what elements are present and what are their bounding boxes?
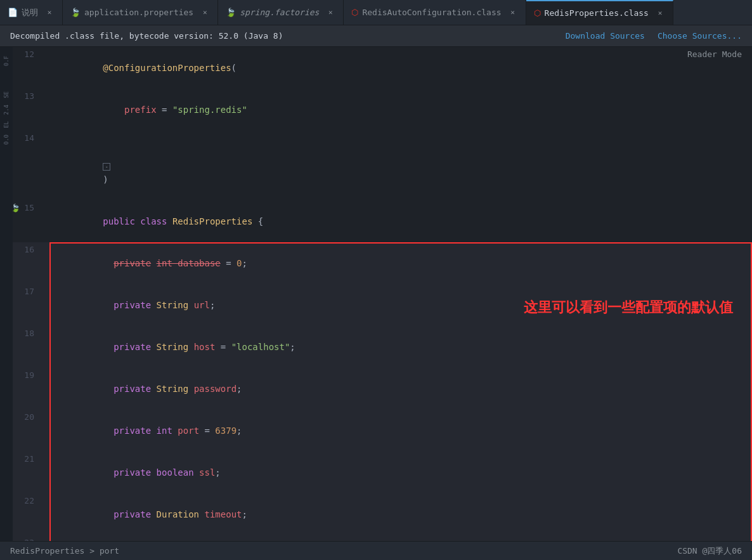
- code-line-18: 18 private String host = "localhost";: [13, 326, 752, 368]
- tab-shuoming[interactable]: 📄 说明 ✕: [0, 0, 63, 25]
- line-num-13: 13: [13, 89, 44, 103]
- line-num-23: 23: [13, 536, 44, 541]
- line-num-16: 16: [13, 243, 44, 257]
- code-line-17: 17 private String url;: [13, 284, 752, 326]
- spring-icon: 🍃: [70, 8, 81, 17]
- code-content-12: @ConfigurationProperties(: [44, 47, 752, 89]
- code-line-19: 19 private String password;: [13, 368, 752, 410]
- code-line-22: 22 private Duration timeout;: [13, 493, 752, 535]
- line-num-17: 17: [13, 285, 44, 299]
- tab-label: 说明: [22, 7, 38, 18]
- code-content-18: private String host = "localhost";: [44, 326, 752, 368]
- tab-close-shuoming[interactable]: ✕: [44, 8, 55, 18]
- line-num-19: 19: [13, 368, 44, 382]
- decompile-info: Decompiled .class file, bytecode version…: [10, 31, 283, 41]
- tab-close-redis-props[interactable]: ✕: [655, 8, 665, 18]
- code-content-21: private boolean ssl;: [44, 452, 752, 493]
- left-strip-label-2: 2.4: [3, 105, 10, 115]
- left-gutter-strip: 0.F SE 2.4 EL 0.0: [0, 47, 13, 541]
- tab-application-properties[interactable]: 🍃 application.properties ✕: [63, 0, 218, 25]
- line-num-22: 22: [13, 494, 44, 508]
- download-sources-link[interactable]: Download Sources: [566, 31, 645, 41]
- fold-icon-14[interactable]: -: [103, 163, 110, 171]
- tab-label: RedisProperties.class: [545, 8, 649, 18]
- tab-label: spring.factories: [240, 8, 319, 17]
- code-content-20: private int port = 6379;: [44, 410, 752, 452]
- code-content-22: private Duration timeout;: [44, 493, 752, 535]
- left-strip-label-3: EL: [3, 121, 10, 128]
- line-num-12: 12: [13, 48, 44, 62]
- status-breadcrumb: RedisProperties > port: [10, 546, 119, 556]
- code-content-16: private int database = 0;: [44, 242, 752, 284]
- code-line-23: 23 private RedisProperties.Sentinel sent…: [13, 535, 752, 541]
- left-strip-label-0: 0.F: [3, 56, 10, 66]
- tab-label: RedisAutoConfiguration.class: [362, 8, 501, 17]
- highlight-region: 16 private int database = 0; 17 private …: [13, 242, 752, 541]
- code-content-15: public class RedisProperties {: [44, 200, 752, 242]
- tab-label: application.properties: [84, 8, 193, 17]
- tab-close-spring-factories[interactable]: ✕: [325, 8, 335, 18]
- line-num-20: 20: [13, 410, 44, 424]
- breadcrumb-text: RedisProperties > port: [10, 546, 119, 556]
- tab-bar: 📄 说明 ✕ 🍃 application.properties ✕ 🍃 spri…: [0, 0, 752, 25]
- code-line-13: 13 prefix = "spring.redis": [13, 89, 752, 131]
- tab-close-app-props[interactable]: ✕: [200, 8, 210, 18]
- code-line-15: 🍃 15 public class RedisProperties {: [13, 200, 752, 242]
- line-num-14: 14: [13, 131, 44, 145]
- code-content-19: private String password;: [44, 368, 752, 410]
- tab-redis-properties[interactable]: ⬡ RedisProperties.class ✕: [526, 0, 673, 25]
- app-container: 📄 说明 ✕ 🍃 application.properties ✕ 🍃 spri…: [0, 0, 752, 560]
- code-content-23: private RedisProperties.Sentinel sentine…: [44, 535, 752, 541]
- info-bar: Decompiled .class file, bytecode version…: [0, 25, 752, 47]
- code-line-21: 21 private boolean ssl;: [13, 452, 752, 493]
- code-line-16: 16 private int database = 0;: [13, 242, 752, 284]
- code-line-12: 12 @ConfigurationProperties(: [13, 47, 752, 89]
- line-num-15: 🍃 15: [13, 201, 44, 215]
- code-line-14: 14 - ): [13, 131, 752, 200]
- code-content-13: prefix = "spring.redis": [44, 89, 752, 131]
- code-line-20: 20 private int port = 6379;: [13, 410, 752, 452]
- status-bar: RedisProperties > port CSDN @四季人06: [0, 541, 752, 560]
- spring-leaf-icon: 🍃: [13, 201, 20, 215]
- info-bar-links: Download Sources Choose Sources...: [566, 31, 742, 41]
- status-right-text: CSDN @四季人06: [677, 545, 742, 557]
- redis-icon-2: ⬡: [534, 8, 541, 18]
- line-num-18: 18: [13, 327, 44, 341]
- choose-sources-link[interactable]: Choose Sources...: [658, 31, 742, 41]
- code-content-17: private String url;: [44, 284, 752, 326]
- doc-icon: 📄: [8, 8, 18, 17]
- code-area: Reader Mode 12 @ConfigurationProperties(…: [13, 47, 752, 541]
- left-strip-label-1: SE: [3, 91, 10, 98]
- tab-spring-factories[interactable]: 🍃 spring.factories ✕: [218, 0, 344, 25]
- left-strip-label-4: 0.0: [3, 134, 10, 145]
- tab-close-redis-auto[interactable]: ✕: [508, 8, 518, 18]
- tab-redis-auto-config[interactable]: ⬡ RedisAutoConfiguration.class ✕: [344, 0, 526, 25]
- spring-icon-2: 🍃: [226, 8, 236, 17]
- main-area: 0.F SE 2.4 EL 0.0 Reader Mode 12 @Config…: [0, 47, 752, 541]
- code-content-14: - ): [44, 131, 752, 200]
- line-num-21: 21: [13, 452, 44, 466]
- redis-icon: ⬡: [351, 8, 358, 17]
